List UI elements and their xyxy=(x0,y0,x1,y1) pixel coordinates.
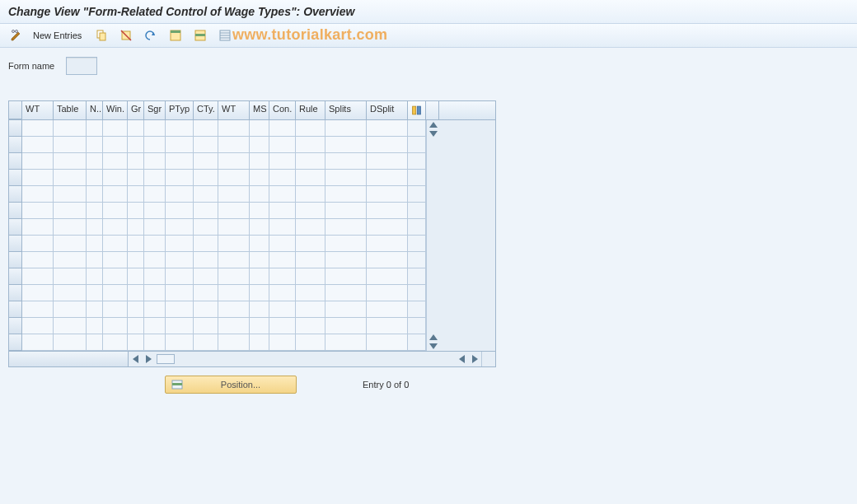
row-selector[interactable] xyxy=(9,334,22,351)
table-cell[interactable] xyxy=(128,236,144,252)
table-cell[interactable] xyxy=(250,318,269,334)
table-cell[interactable] xyxy=(128,186,144,203)
table-cell[interactable] xyxy=(103,137,128,153)
table-cell[interactable] xyxy=(296,170,325,186)
table-cell[interactable] xyxy=(269,334,296,351)
table-cell[interactable] xyxy=(54,268,87,285)
table-cell[interactable] xyxy=(269,236,296,252)
table-cell[interactable] xyxy=(269,186,296,203)
column-header[interactable]: DSplit xyxy=(367,101,408,119)
column-header[interactable]: Sgr xyxy=(144,101,166,119)
table-cell[interactable] xyxy=(218,252,250,268)
table-cell[interactable] xyxy=(87,219,103,236)
table-cell[interactable] xyxy=(296,120,325,137)
table-cell[interactable] xyxy=(54,334,87,351)
table-cell[interactable] xyxy=(296,153,325,170)
table-cell[interactable] xyxy=(144,285,166,301)
table-cell[interactable] xyxy=(54,120,87,137)
table-cell[interactable] xyxy=(194,334,218,351)
table-cell[interactable] xyxy=(87,186,103,203)
table-cell[interactable] xyxy=(166,186,194,203)
table-cell[interactable] xyxy=(194,219,218,236)
table-cell[interactable] xyxy=(367,285,408,301)
table-cell[interactable] xyxy=(250,268,269,285)
column-header[interactable]: Con. xyxy=(269,101,296,119)
table-cell[interactable] xyxy=(296,268,325,285)
table-cell[interactable] xyxy=(367,186,408,203)
table-cell[interactable] xyxy=(296,301,325,318)
table-cell[interactable] xyxy=(22,236,54,252)
table-cell[interactable] xyxy=(87,203,103,219)
table-cell[interactable] xyxy=(54,252,87,268)
row-selector[interactable] xyxy=(9,120,22,137)
table-cell[interactable] xyxy=(269,301,296,318)
table-cell[interactable] xyxy=(144,186,166,203)
column-header[interactable]: Gr xyxy=(128,101,144,119)
table-cell[interactable] xyxy=(250,252,269,268)
row-selector[interactable] xyxy=(9,301,22,318)
table-cell[interactable] xyxy=(103,268,128,285)
table-cell[interactable] xyxy=(54,153,87,170)
table-cell[interactable] xyxy=(103,334,128,351)
table-cell[interactable] xyxy=(128,203,144,219)
table-cell[interactable] xyxy=(218,153,250,170)
table-cell[interactable] xyxy=(194,120,218,137)
row-selector[interactable] xyxy=(9,252,22,268)
table-cell[interactable] xyxy=(54,318,87,334)
table-cell[interactable] xyxy=(325,203,367,219)
table-cell[interactable] xyxy=(269,170,296,186)
table-cell[interactable] xyxy=(22,186,54,203)
table-cell[interactable] xyxy=(325,268,367,285)
table-cell[interactable] xyxy=(22,285,54,301)
table-cell[interactable] xyxy=(128,268,144,285)
table-cell[interactable] xyxy=(103,186,128,203)
table-cell[interactable] xyxy=(296,318,325,334)
row-selector[interactable] xyxy=(9,236,22,252)
table-cell[interactable] xyxy=(194,137,218,153)
table-cell[interactable] xyxy=(250,153,269,170)
table-cell[interactable] xyxy=(144,252,166,268)
table-cell[interactable] xyxy=(22,137,54,153)
table-cell[interactable] xyxy=(325,153,367,170)
table-cell[interactable] xyxy=(128,318,144,334)
row-selector-header[interactable] xyxy=(9,101,22,119)
table-cell[interactable] xyxy=(128,219,144,236)
table-cell[interactable] xyxy=(128,334,144,351)
table-cell[interactable] xyxy=(325,120,367,137)
hscroll-thumb[interactable] xyxy=(157,354,175,364)
table-cell[interactable] xyxy=(22,170,54,186)
row-selector[interactable] xyxy=(9,268,22,285)
table-cell[interactable] xyxy=(103,285,128,301)
table-cell[interactable] xyxy=(194,318,218,334)
table-cell[interactable] xyxy=(296,252,325,268)
table-cell[interactable] xyxy=(87,120,103,137)
row-selector[interactable] xyxy=(9,153,22,170)
table-cell[interactable] xyxy=(218,318,250,334)
column-header[interactable]: Win. xyxy=(103,101,128,119)
table-cell[interactable] xyxy=(166,219,194,236)
table-cell[interactable] xyxy=(250,137,269,153)
table-cell[interactable] xyxy=(218,203,250,219)
table-cell[interactable] xyxy=(325,252,367,268)
table-cell[interactable] xyxy=(54,170,87,186)
table-cell[interactable] xyxy=(144,137,166,153)
column-header[interactable]: CTy. xyxy=(194,101,218,119)
scroll-up-icon[interactable] xyxy=(429,122,438,128)
table-cell[interactable] xyxy=(166,137,194,153)
table-cell[interactable] xyxy=(103,252,128,268)
table-cell[interactable] xyxy=(166,318,194,334)
table-cell[interactable] xyxy=(269,153,296,170)
table-cell[interactable] xyxy=(325,137,367,153)
table-cell[interactable] xyxy=(87,301,103,318)
table-cell[interactable] xyxy=(22,120,54,137)
table-cell[interactable] xyxy=(87,334,103,351)
table-cell[interactable] xyxy=(269,268,296,285)
table-cell[interactable] xyxy=(325,219,367,236)
table-cell[interactable] xyxy=(144,120,166,137)
table-cell[interactable] xyxy=(269,203,296,219)
scroll-right-button-2[interactable] xyxy=(468,352,481,366)
table-cell[interactable] xyxy=(144,153,166,170)
table-cell[interactable] xyxy=(54,186,87,203)
table-cell[interactable] xyxy=(250,186,269,203)
table-cell[interactable] xyxy=(166,153,194,170)
